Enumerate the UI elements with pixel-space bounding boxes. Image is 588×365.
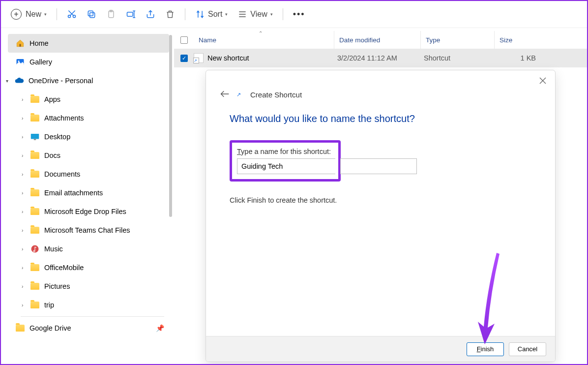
- sidebar-item-label: Microsoft Teams Chat Files: [44, 226, 130, 234]
- sidebar-item-documents[interactable]: ›Documents: [1, 165, 174, 183]
- folder-icon: [30, 151, 39, 160]
- column-type[interactable]: Type: [421, 31, 495, 49]
- view-label: View: [250, 10, 267, 19]
- sidebar-item-pictures[interactable]: ›Pictures: [1, 277, 174, 296]
- column-size[interactable]: Size: [495, 31, 543, 49]
- sidebar-item-onedrive[interactable]: ▾ OneDrive - Personal: [1, 71, 174, 90]
- sidebar-item-label: Music: [44, 245, 63, 253]
- sidebar-item-edge-drop[interactable]: ›Microsoft Edge Drop Files: [1, 202, 174, 221]
- chevron-right-icon: ›: [22, 172, 29, 177]
- dialog-question: What would you like to name the shortcut…: [230, 113, 531, 124]
- svg-rect-11: [34, 139, 36, 140]
- sidebar-item-home[interactable]: Home: [8, 34, 169, 53]
- dialog-hint: Click Finish to create the shortcut.: [230, 196, 531, 204]
- svg-rect-3: [88, 11, 93, 16]
- separator: [57, 8, 57, 20]
- file-date-cell: 3/2/2024 11:12 AM: [332, 54, 419, 62]
- new-label: New: [26, 10, 41, 19]
- shortcut-name-input-ext[interactable]: [340, 158, 417, 174]
- file-size-cell: 1 KB: [493, 54, 541, 62]
- chevron-right-icon: ›: [22, 116, 29, 121]
- close-button[interactable]: [539, 77, 546, 86]
- sidebar-item-label: Email attachments: [44, 189, 103, 197]
- file-row[interactable]: ✓ ↗ New shortcut 3/2/2024 11:12 AM Short…: [174, 49, 587, 67]
- sidebar-item-label: Pictures: [44, 282, 70, 290]
- svg-rect-6: [127, 12, 133, 16]
- chevron-right-icon: ›: [22, 246, 29, 252]
- sidebar-item-apps[interactable]: ›Apps: [1, 90, 174, 109]
- chevron-down-icon: ▾: [44, 12, 47, 17]
- sort-button[interactable]: Sort ▾: [191, 6, 232, 22]
- copy-icon: [87, 9, 96, 19]
- ellipsis-icon: •••: [293, 9, 305, 20]
- sidebar-item-google-drive[interactable]: Google Drive 📌: [1, 319, 174, 337]
- sidebar-item-label: Gallery: [29, 58, 52, 66]
- shortcut-name-input[interactable]: [237, 158, 335, 174]
- cut-button[interactable]: [63, 6, 81, 22]
- row-checkbox[interactable]: ✓: [174, 55, 194, 62]
- scrollbar-thumb[interactable]: [169, 35, 172, 217]
- scissors-icon: [67, 9, 77, 19]
- sidebar-item-label: Attachments: [44, 114, 84, 122]
- svg-rect-2: [90, 13, 95, 18]
- sidebar-item-label: Desktop: [44, 133, 70, 141]
- folder-icon: [30, 282, 39, 291]
- chevron-down-icon: ▾: [270, 12, 273, 17]
- sidebar-item-desktop[interactable]: ›Desktop: [1, 127, 174, 146]
- select-all-checkbox[interactable]: [174, 36, 194, 44]
- column-date[interactable]: Date modified: [334, 31, 421, 49]
- sidebar-item-label: trip: [44, 301, 54, 309]
- more-button[interactable]: •••: [289, 6, 309, 23]
- folder-icon: [30, 114, 39, 122]
- chevron-down-icon: ▾: [225, 12, 228, 17]
- sidebar-item-gallery[interactable]: Gallery: [1, 53, 174, 71]
- chevron-down-icon: ▾: [6, 78, 13, 84]
- rename-button[interactable]: [122, 6, 140, 22]
- chevron-right-icon: ›: [22, 265, 29, 271]
- chevron-right-icon: ›: [22, 303, 29, 308]
- plus-circle-icon: +: [11, 9, 22, 20]
- column-name[interactable]: Name: [194, 31, 334, 49]
- trash-icon: [165, 9, 175, 19]
- chevron-right-icon: ›: [22, 190, 29, 196]
- sidebar-item-trip[interactable]: ›trip: [1, 296, 174, 314]
- cancel-button[interactable]: Cancel: [509, 342, 546, 356]
- create-shortcut-dialog: ↗ Create Shortcut What would you like to…: [206, 70, 556, 362]
- sidebar-item-attachments[interactable]: ›Attachments: [1, 109, 174, 127]
- sidebar-item-officemobile[interactable]: ›OfficeMobile: [1, 258, 174, 277]
- folder-icon: [30, 188, 39, 197]
- chevron-right-icon: ›: [22, 228, 29, 233]
- file-type-cell: Shortcut: [419, 54, 493, 62]
- dialog-footer: Finish Cancel: [206, 336, 555, 362]
- shortcut-file-icon: ↗: [194, 53, 204, 63]
- dialog-title: Create Shortcut: [250, 91, 302, 99]
- gallery-icon: [16, 58, 25, 66]
- back-button[interactable]: [220, 89, 230, 100]
- sidebar-item-label: Microsoft Edge Drop Files: [44, 208, 126, 215]
- separator: [185, 8, 185, 20]
- sidebar-item-email-attachments[interactable]: ›Email attachments: [1, 183, 174, 202]
- copy-button[interactable]: [83, 6, 100, 22]
- sort-indicator-icon: ⌃: [259, 30, 263, 36]
- share-icon: [146, 9, 155, 19]
- sidebar-item-docs[interactable]: ›Docs: [1, 146, 174, 165]
- pin-icon: 📌: [156, 324, 164, 332]
- share-button[interactable]: [142, 6, 159, 22]
- cloud-icon: [15, 76, 24, 85]
- sidebar-item-music[interactable]: ›Music: [1, 240, 174, 258]
- dialog-body: What would you like to name the shortcut…: [206, 100, 555, 336]
- view-button[interactable]: View ▾: [234, 6, 276, 22]
- finish-button[interactable]: Finish: [467, 342, 504, 356]
- desktop-icon: [30, 132, 39, 141]
- delete-button[interactable]: [161, 6, 179, 22]
- sidebar-item-teams-chat[interactable]: ›Microsoft Teams Chat Files: [1, 221, 174, 240]
- new-button[interactable]: + New ▾: [7, 7, 51, 22]
- svg-rect-7: [20, 44, 21, 47]
- shortcut-icon: ↗: [236, 91, 243, 98]
- sidebar-item-label: Docs: [44, 152, 60, 159]
- paste-button[interactable]: [102, 6, 120, 22]
- sort-label: Sort: [208, 10, 222, 19]
- sidebar-item-label: Home: [29, 39, 49, 47]
- chevron-right-icon: ›: [22, 284, 29, 289]
- folder-icon: [30, 170, 39, 179]
